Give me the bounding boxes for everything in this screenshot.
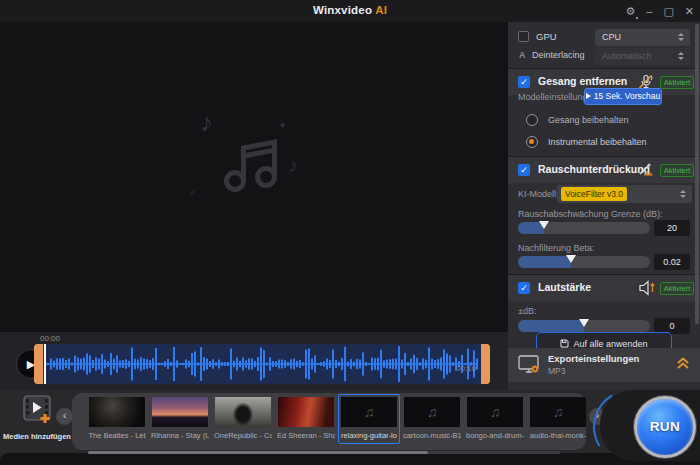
gpu-checkbox[interactable] — [518, 31, 529, 42]
stepper-icon — [678, 33, 685, 41]
denoise-wand-icon — [636, 162, 656, 178]
playhead[interactable] — [44, 344, 46, 384]
preview-15s-label: 15 Sek. Vorschau — [594, 91, 661, 101]
vocal-status-badge: Aktiviert — [660, 76, 694, 89]
gpu-label: GPU — [536, 31, 557, 42]
radio-keep-instrumental-label: Instrumental beibehalten — [548, 137, 647, 147]
thumbnail-label: bongo-and-drum- — [466, 431, 524, 440]
threshold-label: Rauschabschwächung Grenze (dB): — [518, 209, 663, 219]
thumbnail-image: ♫ — [404, 397, 460, 427]
prev-button[interactable]: ‹ — [56, 408, 73, 425]
minimize-button[interactable]: – — [646, 0, 652, 22]
deinterlacing-select[interactable]: Automatisch — [595, 48, 690, 65]
dot-decoration — [190, 190, 195, 195]
radio-keep-instrumental[interactable] — [526, 136, 538, 148]
media-thumbnail[interactable]: Ed Sheeran - Sha — [275, 394, 337, 444]
vocal-remove-title: Gesang entfernen — [538, 75, 627, 87]
thumbnail-label: cartoon-music-B1 — [403, 431, 461, 440]
media-thumbnail[interactable]: OneRepublic - Co — [212, 394, 274, 444]
thumbnail-image: ♫ — [341, 397, 397, 427]
threshold-slider[interactable] — [518, 222, 650, 234]
export-settings-title: Exporteinstellungen — [548, 353, 639, 364]
time-current: 00:00 — [40, 334, 60, 343]
thumbnail-image — [278, 397, 334, 427]
thumbnail-label: relaxing-guitar-lo — [340, 431, 398, 440]
preview-15s-button[interactable]: 15 Sek. Vorschau — [584, 88, 662, 105]
radio-keep-vocal-label: Gesang beibehalten — [548, 115, 629, 125]
close-button[interactable]: ✕ — [685, 0, 694, 22]
save-icon — [560, 339, 569, 348]
player-bar: ▶ 00:00 00:10 — [0, 332, 508, 390]
ai-model-select[interactable]: VoiceFilter v3.0 — [557, 185, 692, 203]
media-scrollbar[interactable] — [88, 451, 560, 454]
run-button[interactable]: RUN — [634, 396, 696, 458]
db-slider[interactable] — [518, 320, 650, 332]
add-media-label: Medien hinzufügen — [2, 432, 72, 441]
stepper-icon — [680, 190, 687, 198]
thumbnail-label: Ed Sheeran - Sha — [277, 431, 335, 440]
app-title-accent: AI — [375, 4, 387, 16]
beta-fill — [518, 256, 571, 268]
volume-checkbox[interactable]: ✓ — [518, 282, 530, 294]
app-title: Winxvideo AI — [0, 4, 700, 16]
beta-slider[interactable] — [518, 256, 650, 268]
media-thumbnail-selected[interactable]: ♫ relaxing-guitar-lo — [338, 394, 400, 444]
time-duration: 00:10 — [456, 364, 476, 373]
play-small-icon — [586, 93, 591, 99]
media-scrollbar-thumb[interactable] — [88, 451, 428, 454]
music-note-icon: ♫ — [404, 397, 460, 427]
export-format-value: MP3 — [548, 366, 565, 376]
export-settings-panel[interactable]: Exporteinstellungen MP3 — [508, 348, 700, 382]
noise-reduction-checkbox[interactable]: ✓ — [518, 164, 530, 176]
trim-handle-left[interactable] — [34, 344, 43, 384]
settings-gear-icon[interactable]: ⚙ — [625, 0, 635, 22]
gpu-select-value: CPU — [602, 32, 621, 42]
stepper-icon — [678, 52, 685, 60]
audio-track[interactable]: 00:10 — [34, 344, 490, 384]
db-fill — [518, 320, 584, 332]
trim-handle-right[interactable] — [481, 344, 490, 384]
media-strip: Medien hinzufügen ‹ The Beatles - Let Ri… — [0, 390, 700, 465]
sidebar-scrollbar[interactable] — [695, 24, 699, 324]
noise-status-badge: Aktiviert — [660, 164, 694, 177]
beta-handle[interactable] — [566, 255, 576, 263]
thumbnail-label: audio-thai-monk- — [529, 431, 587, 440]
preview-area: ♪ ✦ ♪ — [0, 22, 508, 332]
music-note-big-icon — [222, 134, 284, 192]
threshold-value: 20 — [654, 220, 690, 236]
thumbnail-image: ♫ — [467, 397, 523, 427]
ai-model-value: VoiceFilter v3.0 — [561, 187, 627, 201]
sparkle-icon: ✦ — [278, 119, 287, 132]
media-thumbnail[interactable]: Rihanna - Stay (L — [149, 394, 211, 444]
export-settings-icon — [518, 355, 542, 375]
vocal-remove-checkbox[interactable]: ✓ — [518, 76, 530, 88]
thumbnail-label: OneRepublic - Co — [214, 431, 272, 440]
thumbnail-image — [152, 397, 208, 427]
radio-keep-vocal[interactable] — [526, 114, 538, 126]
settings-sidebar: GPU CPU A Deinterlacing Automatisch ✓ Ge… — [508, 22, 700, 390]
media-thumbnail[interactable]: ♫ cartoon-music-B1 — [401, 394, 463, 444]
deinterlacing-icon: A — [519, 50, 526, 60]
beta-value: 0.02 — [654, 254, 690, 270]
noise-reduction-header: ✓ Rauschunterdrückung Aktiviert — [508, 157, 700, 183]
media-thumbnail[interactable]: ♫ audio-thai-monk- — [527, 394, 589, 444]
volume-status-badge: Aktiviert — [660, 282, 694, 295]
music-note-icon: ♫ — [467, 397, 523, 427]
thumbnail-image — [215, 397, 271, 427]
maximize-button[interactable]: ▢ — [663, 0, 673, 22]
music-note-small-icon: ♪ — [200, 107, 213, 138]
gpu-select[interactable]: CPU — [595, 29, 690, 46]
deinterlacing-label: Deinterlacing — [532, 50, 585, 60]
music-note-icon: ♫ — [341, 397, 397, 427]
media-thumbnail[interactable]: ♫ bongo-and-drum- — [464, 394, 526, 444]
ai-model-label: KI-Modell: — [518, 189, 559, 199]
waveform — [46, 344, 478, 384]
thumbnail-image — [89, 397, 145, 427]
media-thumbnail[interactable]: The Beatles - Let — [86, 394, 148, 444]
threshold-handle[interactable] — [539, 221, 549, 229]
music-note-small-icon: ♪ — [288, 154, 298, 177]
deinterlacing-select-value: Automatisch — [602, 51, 652, 61]
collapse-chevron-icon[interactable] — [676, 356, 690, 370]
window-controls: ⚙ – ▢ ✕ — [625, 0, 694, 22]
db-handle[interactable] — [579, 319, 589, 327]
